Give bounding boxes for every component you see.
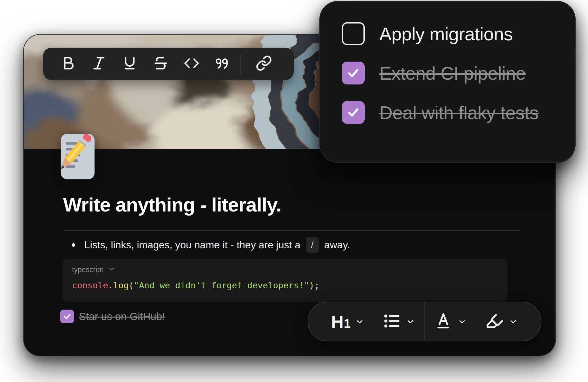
code-button[interactable] bbox=[176, 48, 207, 80]
code-token: ) bbox=[309, 280, 314, 290]
chevron-down-icon bbox=[458, 317, 467, 326]
link-icon bbox=[256, 55, 272, 73]
highlighter-icon bbox=[485, 312, 504, 332]
code-icon bbox=[183, 55, 200, 73]
underline-icon bbox=[121, 55, 138, 73]
checklist-card: Apply migrations Extend CI pipeline Deal… bbox=[319, 1, 576, 163]
bullet-text-after: away. bbox=[324, 239, 350, 251]
heading-style-dropdown[interactable]: H1 bbox=[322, 312, 373, 332]
todo-checkbox-checked[interactable] bbox=[60, 310, 74, 323]
list-style-dropdown[interactable] bbox=[373, 312, 424, 332]
checklist-item: Deal with flaky tests bbox=[342, 101, 539, 124]
bullet-list-icon bbox=[382, 312, 401, 332]
code-token: ; bbox=[314, 280, 319, 290]
bullet-list-item: Lists, links, images, you name it - they… bbox=[63, 235, 521, 254]
code-block: typescript console.log("And we didn't fo… bbox=[62, 259, 507, 302]
checklist-item: Extend CI pipeline bbox=[342, 62, 526, 84]
checklist-label: Deal with flaky tests bbox=[379, 102, 539, 123]
chevron-down-icon bbox=[509, 317, 518, 326]
slash-key-badge: / bbox=[306, 237, 319, 253]
italic-button[interactable] bbox=[83, 48, 114, 80]
code-token: . bbox=[108, 280, 113, 290]
heading-icon: H1 bbox=[331, 312, 350, 332]
checklist-label: Apply migrations bbox=[379, 23, 513, 44]
checkbox-checked[interactable] bbox=[342, 101, 365, 124]
chevron-down-icon bbox=[108, 265, 115, 274]
link-button[interactable] bbox=[244, 48, 284, 80]
text-color-dropdown[interactable] bbox=[425, 312, 476, 332]
code-token: "And we didn't forget developers!" bbox=[134, 280, 309, 290]
todo-item: Star us on GitHub! bbox=[60, 310, 165, 323]
chevron-down-icon bbox=[355, 317, 364, 326]
todo-label: Star us on GitHub! bbox=[79, 311, 165, 323]
toolbar-divider bbox=[240, 54, 241, 74]
bullet-text-before: Lists, links, images, you name it - they… bbox=[84, 239, 300, 251]
code-language-selector[interactable]: typescript bbox=[72, 265, 498, 274]
code-token: console bbox=[72, 280, 108, 290]
underline-button[interactable] bbox=[114, 48, 145, 80]
checkbox-unchecked[interactable] bbox=[342, 22, 365, 45]
page-title: Write anything - literally. bbox=[63, 193, 520, 216]
checklist-label: Extend CI pipeline bbox=[379, 63, 526, 84]
chevron-down-icon bbox=[406, 317, 415, 326]
code-line: console.log("And we didn't forget develo… bbox=[72, 280, 498, 290]
highlight-dropdown[interactable] bbox=[476, 312, 527, 332]
page: Write anything - literally. Lists, links… bbox=[0, 0, 588, 382]
italic-icon bbox=[91, 55, 107, 73]
text-color-icon bbox=[434, 312, 453, 332]
quote-button[interactable] bbox=[207, 48, 238, 80]
quote-icon bbox=[214, 55, 231, 73]
divider bbox=[63, 230, 521, 231]
block-toolbar: H1 bbox=[308, 302, 541, 341]
formatting-toolbar bbox=[43, 48, 294, 80]
code-token: log bbox=[113, 280, 129, 290]
code-language-label: typescript bbox=[72, 265, 103, 274]
strikethrough-icon bbox=[153, 55, 169, 73]
strikethrough-button[interactable] bbox=[145, 48, 176, 80]
checkbox-checked[interactable] bbox=[342, 62, 365, 84]
bold-button[interactable] bbox=[53, 48, 83, 80]
checklist-item: Apply migrations bbox=[342, 22, 513, 45]
memo-icon[interactable] bbox=[59, 132, 96, 181]
bold-icon bbox=[60, 55, 76, 73]
bullet-dot bbox=[72, 243, 75, 247]
code-token: ( bbox=[129, 280, 134, 290]
